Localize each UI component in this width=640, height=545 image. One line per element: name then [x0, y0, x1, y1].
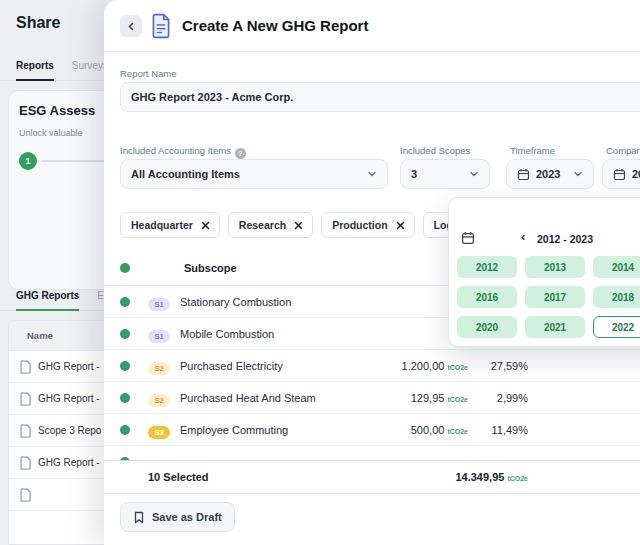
row-select-dot[interactable] [120, 329, 130, 339]
chevron-down-icon [573, 169, 583, 179]
year-option[interactable]: 2017 [525, 286, 585, 308]
card-subtitle: Unlock valuable [19, 128, 117, 138]
year-option[interactable]: 2013 [525, 256, 585, 278]
accounting-items-select[interactable]: All Accounting Items [120, 159, 388, 189]
document-icon [19, 424, 31, 438]
emissions-value: 1.200,00 [402, 360, 445, 372]
scope-badge: S2 [148, 394, 170, 407]
remove-chip-icon[interactable] [294, 221, 303, 230]
subscope-name: Purchased Electricity [180, 360, 348, 372]
year-range-label: 2012 - 2023 [537, 233, 593, 245]
included-scopes-value: 3 [411, 168, 463, 180]
year-option[interactable]: 2016 [457, 286, 517, 308]
timeframe-select[interactable]: 2023 [506, 159, 594, 189]
select-all-dot[interactable] [120, 263, 130, 273]
timeframe-value: 2023 [536, 168, 567, 180]
report-name: GHG Report - [38, 457, 100, 468]
emissions-percent: 2,99% [468, 392, 528, 404]
document-icon [19, 456, 31, 470]
calendar-icon [461, 231, 475, 245]
scope-badge: S1 [148, 298, 170, 311]
emissions-unit: tCO2e [447, 428, 468, 435]
total-value: 14.349,95 [455, 471, 504, 483]
report-name: Scope 3 Repo [38, 425, 101, 436]
chip-headquarter[interactable]: Headquarter [120, 212, 220, 238]
comparison-value: 2022 [632, 168, 640, 180]
subscope-row[interactable]: S3 Employee Commuting 500,00tCO2e 11,49% [104, 414, 640, 446]
accounting-items-label: Included Accounting Items? [120, 145, 246, 159]
tab-surveys[interactable]: Surveys [72, 60, 108, 80]
subscope-name: Purchased Heat And Steam [180, 392, 348, 404]
calendar-icon [517, 168, 530, 181]
comparison-select[interactable]: 2022 [602, 159, 640, 189]
chip-label: Production [332, 219, 387, 231]
save-as-draft-label: Save as Draft [152, 511, 222, 523]
total-emissions: 14.349,95 tCO2e [455, 471, 528, 483]
report-name-value: GHG Report 2023 - Acme Corp. [131, 91, 640, 103]
subscope-name: Stationary Combustion [180, 296, 348, 308]
emissions-value: 500,00 [411, 424, 445, 436]
stepper: 1 [19, 152, 117, 170]
subscope-name: Mobile Combustion [180, 328, 348, 340]
emissions-unit: tCO2e [447, 396, 468, 403]
emissions-percent: 27,59% [468, 360, 528, 372]
remove-chip-icon[interactable] [201, 221, 210, 230]
chevron-down-icon [469, 169, 479, 179]
bookmark-save-icon [133, 511, 145, 524]
chip-production[interactable]: Production [321, 212, 414, 238]
step-badge: 1 [19, 152, 37, 170]
chevron-left-icon [126, 21, 136, 32]
scope-badge: S3 [148, 426, 170, 439]
document-icon [19, 392, 31, 406]
tab-ghg-reports[interactable]: GHG Reports [16, 290, 79, 311]
emissions-value: 129,95 [411, 392, 445, 404]
total-unit: tCO2e [507, 475, 528, 482]
page-title: Share [16, 14, 60, 32]
scope-badge: S2 [148, 362, 170, 375]
year-option[interactable]: 2014 [593, 256, 640, 278]
document-icon [19, 360, 31, 374]
row-select-dot[interactable] [120, 297, 130, 307]
comparison-label: Comparison [606, 145, 640, 156]
row-select-dot[interactable] [120, 361, 130, 371]
tab-reports[interactable]: Reports [16, 60, 54, 81]
chevron-down-icon [367, 169, 377, 179]
year-grid: 2012 2013 2014 2015 2016 2017 2018 2019 … [457, 256, 640, 338]
table-footer: 10 Selected 14.349,95 tCO2e [104, 460, 640, 494]
help-icon[interactable]: ? [235, 148, 246, 159]
emissions-percent: 11,49% [468, 424, 528, 436]
subscope-row-partial[interactable] [104, 446, 640, 460]
screen: Share Reports Surveys ESG Assess Unlock … [0, 0, 640, 545]
report-name: GHG Report - [38, 393, 100, 404]
row-select-dot[interactable] [120, 425, 130, 435]
document-icon [19, 488, 31, 502]
scope-badge: S1 [148, 330, 170, 343]
year-option[interactable]: 2018 [593, 286, 640, 308]
year-option[interactable]: 2021 [525, 316, 585, 338]
subscope-row[interactable]: S2 Purchased Electricity 1.200,00tCO2e 2… [104, 350, 640, 382]
report-document-icon [150, 13, 172, 39]
modal-header: Create A New GHG Report [104, 0, 640, 52]
subscope-column-header: Subscope [184, 262, 237, 274]
back-button[interactable] [120, 15, 142, 37]
timeframe-label: Timeframe [510, 145, 555, 156]
report-name-label: Report Name [120, 68, 177, 79]
subscope-row[interactable]: S2 Purchased Heat And Steam 129,95tCO2e … [104, 382, 640, 414]
prev-range-icon[interactable]: ‹ [521, 229, 525, 244]
year-option[interactable]: 2012 [457, 256, 517, 278]
year-option-selected[interactable]: 2022 [593, 316, 640, 338]
save-as-draft-button[interactable]: Save as Draft [120, 502, 235, 532]
selected-count: 10 Selected [148, 471, 209, 483]
report-name-input[interactable]: GHG Report 2023 - Acme Corp. [120, 82, 640, 112]
row-select-dot[interactable] [120, 393, 130, 403]
modal-title: Create A New GHG Report [182, 17, 368, 34]
remove-chip-icon[interactable] [396, 221, 405, 230]
year-picker-popup: ‹ 2012 - 2023 › 2012 2013 2014 2015 2016… [448, 197, 640, 347]
year-option[interactable]: 2020 [457, 316, 517, 338]
included-scopes-select[interactable]: 3 [400, 159, 490, 189]
chip-research[interactable]: Research [228, 212, 313, 238]
chip-label: Research [239, 219, 286, 231]
included-scopes-label: Included Scopes [400, 145, 470, 156]
report-name: GHG Report - [38, 361, 100, 372]
calendar-icon [613, 168, 626, 181]
